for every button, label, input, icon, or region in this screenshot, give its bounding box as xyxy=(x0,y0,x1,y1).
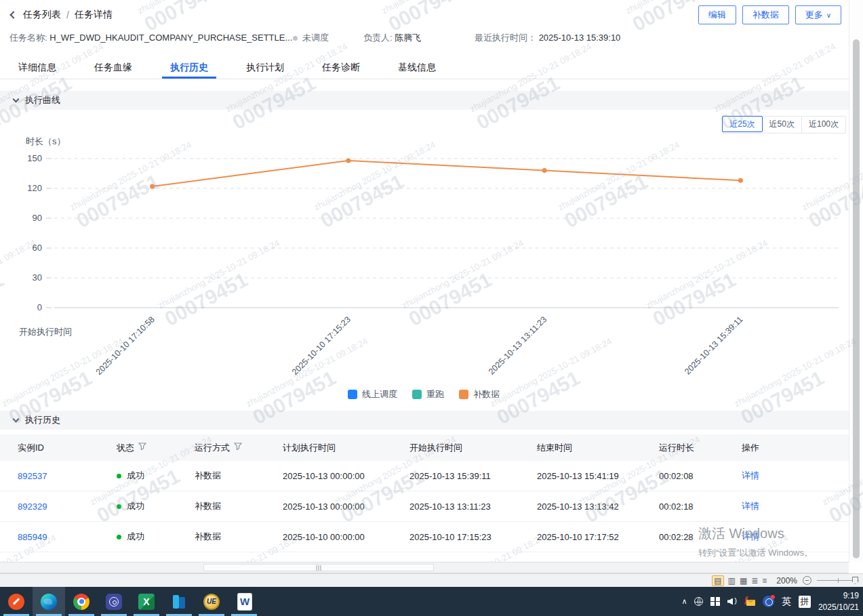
foxmail-icon[interactable]: ƒ xyxy=(744,597,755,606)
read-mode-view-icon[interactable]: ▥ xyxy=(728,576,736,586)
patch-data-button[interactable]: 补数据 xyxy=(742,5,789,24)
network-globe-icon[interactable] xyxy=(694,597,703,606)
watermark-tile: zhujianzhong 2025-10-21 09:18:2400079451 xyxy=(468,41,603,135)
zoom-out-button[interactable]: − xyxy=(803,576,811,585)
more-button[interactable]: 更多∨ xyxy=(795,5,841,24)
detail-link[interactable]: 详情 xyxy=(742,500,849,512)
pen-launcher-icon xyxy=(8,594,24,610)
tab-details[interactable]: 详细信息 xyxy=(18,57,56,79)
start-time-cell: 2025-10-10 17:15:23 xyxy=(409,532,537,542)
legend-item[interactable]: 线上调度 xyxy=(348,388,397,401)
column-header-action: 操作 xyxy=(742,442,849,454)
tray-expand-chevron-icon[interactable]: ∧ xyxy=(681,597,687,606)
table-row: 885949成功补数据2025-10-10 00:00:002025-10-10… xyxy=(0,522,849,552)
task-info-row: 任务名称: H_WF_DWD_HKAUDIT_COMPANY_PURCHASE_… xyxy=(0,32,843,45)
taskbar-app-chrome[interactable] xyxy=(65,587,98,616)
range-button-last50[interactable]: 近50次 xyxy=(763,117,802,133)
plan-time-cell: 2025-10-13 00:00:00 xyxy=(283,501,409,512)
web-layout-view-icon[interactable]: ▦ xyxy=(740,576,747,586)
tab-history[interactable]: 执行历史 xyxy=(170,57,208,79)
taskbar-app-edge[interactable] xyxy=(33,587,65,616)
y-axis-title: 时长（s） xyxy=(26,136,66,148)
svg-text:0: 0 xyxy=(37,302,42,312)
legend-item[interactable]: 重跑 xyxy=(412,388,444,401)
draft-view-icon[interactable]: ≡ xyxy=(762,576,767,586)
back-chevron-icon[interactable] xyxy=(9,11,17,18)
end-time-cell: 2025-10-13 13:13:42 xyxy=(537,501,659,512)
filter-funnel-icon[interactable] xyxy=(234,443,242,453)
column-header-plan-time: 计划执行时间 xyxy=(283,442,409,454)
column-header-start-time: 开始执行时间 xyxy=(409,442,537,454)
column-label: 操作 xyxy=(742,442,759,454)
detail-link[interactable]: 详情 xyxy=(742,531,849,543)
zoom-slider-thumb[interactable] xyxy=(852,577,858,584)
taskbar-app-excel[interactable]: X xyxy=(130,587,163,616)
range-button-last25[interactable]: 近25次 xyxy=(722,116,762,132)
plan-time-cell: 2025-10-10 00:00:00 xyxy=(283,532,409,542)
svg-text:2025-10-10 17:15:23: 2025-10-10 17:15:23 xyxy=(290,314,353,377)
breadcrumb-task-list[interactable]: 任务列表 xyxy=(23,9,61,21)
edit-button[interactable]: 编辑 xyxy=(698,5,736,24)
windows-app-icon[interactable] xyxy=(710,597,720,607)
start-time-cell: 2025-10-13 15:39:11 xyxy=(409,471,537,481)
column-header-instance-id: 实例ID xyxy=(18,442,117,454)
horizontal-scrollbar-thumb[interactable] xyxy=(203,564,434,571)
duration-cell: 00:02:18 xyxy=(659,501,742,512)
x-axis-title: 开始执行时间 xyxy=(19,326,72,338)
outline-view-icon[interactable]: ≣ xyxy=(751,576,758,586)
taskbar-app-ultraedit[interactable]: UE xyxy=(195,587,228,616)
legend-item[interactable]: 补数据 xyxy=(459,388,500,401)
filter-funnel-icon[interactable] xyxy=(138,443,146,453)
clock[interactable]: 9:19 2025/10/21 xyxy=(818,590,859,612)
speaker-icon[interactable] xyxy=(727,598,737,606)
detail-link[interactable]: 详情 xyxy=(742,470,849,482)
taskbar-app-pen-launcher[interactable] xyxy=(0,587,33,616)
word-icon: W xyxy=(238,594,252,610)
watermark-user-text: zhujianzhong 2025-10-21 09:18:24 xyxy=(380,0,504,16)
success-dot-icon xyxy=(117,474,121,478)
tab-plan[interactable]: 执行计划 xyxy=(246,57,284,79)
tab-baseline[interactable]: 基线信息 xyxy=(398,57,436,79)
edge-browser-icon xyxy=(41,594,57,610)
instance-id-link[interactable]: 885949 xyxy=(18,532,117,542)
vertical-scrollbar-thumb[interactable] xyxy=(853,39,860,558)
success-dot-icon xyxy=(117,504,121,509)
tab-diagnosis[interactable]: 任务诊断 xyxy=(322,57,360,79)
table-row: 892329成功补数据2025-10-13 00:00:002025-10-13… xyxy=(0,491,849,522)
legend-swatch-icon xyxy=(459,390,468,399)
vertical-scrollbar[interactable] xyxy=(849,0,863,562)
column-header-run-mode: 运行方式 xyxy=(195,442,283,454)
legend-label: 重跑 xyxy=(426,388,444,401)
column-label: 结束时间 xyxy=(537,442,572,454)
zoom-level[interactable]: 200% xyxy=(776,576,797,586)
legend-swatch-icon xyxy=(348,390,357,399)
instance-id-link[interactable]: 892329 xyxy=(18,501,117,512)
ime-language-indicator[interactable]: 英 xyxy=(782,596,791,608)
taskbar-app-word[interactable]: W xyxy=(228,587,260,616)
status-cell: 成功 xyxy=(117,470,195,482)
header-actions: 编辑 补数据 更多∨ xyxy=(698,5,841,24)
print-layout-view-icon[interactable]: ▤ xyxy=(712,575,723,586)
svg-text:150: 150 xyxy=(27,153,42,163)
section-execution-curve[interactable]: 执行曲线 xyxy=(0,91,849,110)
svg-text:2025-10-10 17:10:58: 2025-10-10 17:10:58 xyxy=(94,314,157,377)
section-execution-history[interactable]: 执行历史 xyxy=(0,411,849,430)
chevron-down-icon: ∨ xyxy=(826,12,831,19)
range-button-last100[interactable]: 近100次 xyxy=(802,117,845,133)
taskbar-app-chat[interactable] xyxy=(98,587,130,616)
watermark-tile: zhujianzhong 2025-10-21 09:18:2400079451 xyxy=(224,41,359,135)
tab-lineage[interactable]: 任务血缘 xyxy=(94,57,132,79)
schedule-status: 未调度 xyxy=(293,32,329,44)
instance-id-link[interactable]: 892537 xyxy=(18,471,117,481)
column-header-end-time: 结束时间 xyxy=(537,442,659,454)
notification-app-icon[interactable] xyxy=(763,596,774,607)
success-dot-icon xyxy=(117,535,121,539)
horizontal-scrollbar[interactable] xyxy=(0,562,849,573)
status-text: 成功 xyxy=(127,470,144,482)
breadcrumb-separator: / xyxy=(66,9,69,20)
ime-pinyin-indicator[interactable]: 拼 xyxy=(799,596,811,608)
svg-text:30: 30 xyxy=(33,272,42,283)
zoom-slider[interactable] xyxy=(817,580,859,581)
breadcrumb: 任务列表 / 任务详情 xyxy=(11,9,113,21)
taskbar-app-flag[interactable] xyxy=(163,587,195,616)
